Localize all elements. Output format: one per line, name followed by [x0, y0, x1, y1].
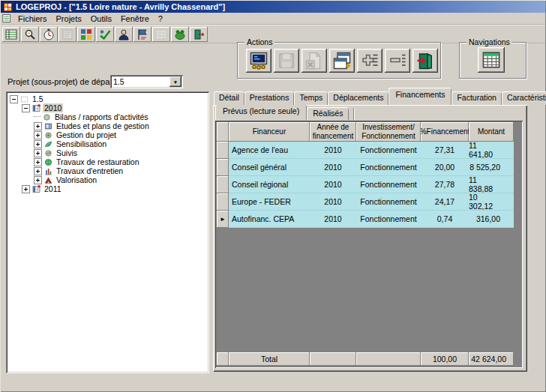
- table-row-conseil-g-n-ral[interactable]: Conseil général2010Fonctionnement20,008 …: [217, 159, 514, 176]
- action-button-save[interactable]: [274, 49, 299, 73]
- menu-item-projets[interactable]: Projets: [52, 13, 86, 24]
- cell-financer: Autofinanc. CEPA: [229, 211, 310, 228]
- action-button-exit-door[interactable]: [412, 49, 438, 73]
- tree-node-etudes-et-plans-de-gestion[interactable]: Etudes et plans de gestion: [8, 121, 209, 130]
- table-row-agence-de-l-eau[interactable]: Agence de l'eau2010Fonctionnement27,3111…: [217, 142, 514, 159]
- tree-node-sensibilisation[interactable]: Sensibilisation: [8, 139, 209, 148]
- toolbar-button-stopwatch[interactable]: [40, 27, 58, 42]
- project-selector-combobox[interactable]: 1.5 ▼: [110, 75, 183, 88]
- expand-toggle-icon[interactable]: [34, 122, 42, 130]
- combobox-dropdown-button[interactable]: ▼: [170, 76, 182, 87]
- window-title: LOGEPROJ - ["1.5 Loire nature - Avrilly …: [16, 2, 225, 11]
- collapse-toggle-icon[interactable]: [22, 104, 30, 112]
- menu-item-help[interactable]: ?: [154, 13, 167, 24]
- toolbar-button-user[interactable]: [115, 27, 133, 42]
- actions-buttons: [246, 49, 438, 73]
- expand-toggle-icon[interactable]: [34, 140, 42, 148]
- planning-icon: [80, 28, 92, 40]
- expand-toggle-icon[interactable]: [22, 185, 30, 193]
- remove-row-icon: [388, 52, 406, 70]
- tab-temps[interactable]: Temps: [294, 91, 328, 105]
- tree-node-travaux-de-restauration[interactable]: Travaux de restauration: [8, 157, 209, 166]
- row-selector[interactable]: [217, 159, 229, 176]
- tree-node-label: 2011: [43, 184, 63, 193]
- tab-caract-ristiques[interactable]: Caractéristiques: [502, 91, 546, 105]
- action-button-delete-doc[interactable]: [302, 49, 327, 73]
- cell-amount: 316,00: [469, 211, 514, 228]
- toolbar-button-frog[interactable]: [171, 27, 189, 42]
- tree-node-1-5[interactable]: 1.5: [8, 94, 209, 103]
- cell-financer: Agence de l'eau: [229, 142, 310, 159]
- tree-node-suivis[interactable]: Suivis: [8, 148, 209, 157]
- exit-door-icon: [416, 52, 434, 70]
- tree-node-valorisation[interactable]: Valorisation: [8, 175, 209, 184]
- collapse-toggle-icon[interactable]: [10, 95, 18, 103]
- action-button-new-window[interactable]: [329, 49, 355, 73]
- menu-item-fen-tre[interactable]: Fenêtre: [116, 13, 154, 24]
- subtab-r-alis-s[interactable]: Réalisés: [307, 107, 349, 120]
- toolbar-button-validate[interactable]: [96, 27, 114, 42]
- menu-item-outils[interactable]: Outils: [86, 13, 116, 24]
- tree-node-travaux-d-entretien[interactable]: Travaux d'entretien: [8, 166, 209, 175]
- toolbar-button-form[interactable]: [58, 27, 76, 42]
- action-button-remove-row[interactable]: [385, 49, 410, 73]
- main-tab-strip: DétailPrestationsTempsDéplacementsFinanc…: [214, 91, 546, 105]
- expand-toggle-icon[interactable]: [34, 131, 42, 139]
- save-icon: [278, 52, 296, 70]
- tree-node-bilans-rapports-d-activit-s[interactable]: Bilans / rapports d'activités: [8, 112, 209, 121]
- tab-facturation[interactable]: Facturation: [452, 91, 502, 105]
- cell-amount: 8 525,20: [469, 159, 514, 176]
- row-selector[interactable]: [217, 176, 229, 193]
- expand-toggle-icon[interactable]: [34, 158, 42, 166]
- total-empty-year: [310, 352, 356, 366]
- subtab-pr-vus-lecture-seule[interactable]: Prévus (lecture seule): [215, 104, 307, 120]
- grid-rows: Agence de l'eau2010Fonctionnement27,3111…: [217, 142, 514, 228]
- financements-tab-page: Prévus (lecture seule)Réalisés Financeur…: [213, 105, 527, 372]
- project-icon: [20, 95, 28, 103]
- tab-financements[interactable]: Financements: [388, 88, 452, 105]
- sub-tab-strip: Prévus (lecture seule)Réalisés: [215, 106, 354, 120]
- menu-item-fichiers[interactable]: Fichiers: [14, 13, 52, 24]
- toolbar-button-planning[interactable]: [77, 27, 95, 42]
- current-row-indicator[interactable]: ►: [217, 211, 229, 228]
- column-header-ann-e-de: Année de financement: [310, 122, 356, 142]
- row-selector[interactable]: [217, 193, 229, 211]
- action-button-add-row[interactable]: [357, 49, 382, 73]
- column-header-montant: Montant: [469, 122, 514, 142]
- cell-year: 2010: [310, 211, 356, 228]
- toolbar-button-exit[interactable]: [190, 27, 208, 42]
- exit-icon: [193, 28, 205, 40]
- actions-groupbox-label: Actions: [244, 37, 274, 46]
- tree-node-label: 1.5: [31, 94, 45, 103]
- menu-bar: FichiersProjetsOutilsFenêtre?: [1, 13, 545, 25]
- cell-year: 2010: [310, 176, 356, 193]
- toolbar-button-table[interactable]: [2, 27, 20, 42]
- tab-d-tail[interactable]: Détail: [214, 91, 244, 105]
- action-button-computer-keys[interactable]: [246, 49, 272, 73]
- tab-d-placements[interactable]: Déplacements: [328, 91, 388, 105]
- tree-node-gestion-du-projet[interactable]: Gestion du projet: [8, 130, 209, 139]
- tree-node-2011[interactable]: 2011: [8, 184, 209, 193]
- navigations-groupbox-label: Navigations: [466, 37, 512, 46]
- table-row-europe-feder[interactable]: Europe - FEDER2010Fonctionnement24,1710 …: [217, 193, 514, 211]
- table-icon: [5, 28, 17, 40]
- project-tree: 1.52010Bilans / rapports d'activitésEtud…: [6, 91, 209, 373]
- expand-toggle-icon[interactable]: [34, 167, 42, 175]
- tab-prestations[interactable]: Prestations: [244, 91, 295, 105]
- grid-icon: [155, 28, 167, 40]
- tree-node-label: Suivis: [55, 148, 79, 157]
- expand-toggle-icon[interactable]: [34, 176, 42, 184]
- table-row-conseil-r-gional[interactable]: Conseil régional2010Fonctionnement27,781…: [217, 176, 514, 193]
- calendar-icon: [32, 185, 40, 193]
- tree-node-2010[interactable]: 2010: [8, 103, 209, 112]
- table-row-autofinanc-cepa[interactable]: ►Autofinanc. CEPA2010Fonctionnement0,743…: [217, 211, 514, 228]
- cell-year: 2010: [310, 142, 356, 159]
- toolbar-button-search[interactable]: [21, 27, 39, 42]
- frog-icon: [174, 28, 186, 40]
- toolbar-button-report[interactable]: [134, 27, 152, 42]
- total-label: Total: [229, 352, 310, 366]
- row-selector[interactable]: [217, 142, 229, 159]
- expand-toggle-icon[interactable]: [34, 149, 42, 157]
- navigation-button-table-nav[interactable]: [478, 47, 505, 73]
- toolbar-button-grid[interactable]: [152, 27, 170, 42]
